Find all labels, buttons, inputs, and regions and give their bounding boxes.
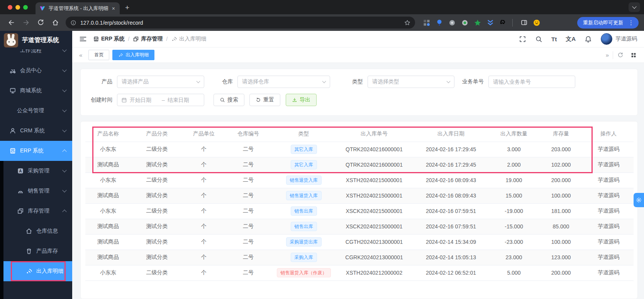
- font-size-icon[interactable]: Tt: [551, 36, 557, 42]
- reset-button[interactable]: 重置: [249, 94, 280, 106]
- breadcrumb-erp-system[interactable]: ERP 系统: [93, 35, 124, 42]
- cell-product: 小东东: [85, 203, 131, 219]
- url-text: 127.0.0.1/erp/stock/record: [80, 20, 400, 26]
- cell-operator: 芋道源码: [583, 188, 634, 203]
- cell-stock: 203.000: [539, 142, 583, 157]
- sidebar-item-stock-admin[interactable]: 库存管理: [0, 201, 72, 221]
- extension-chevrons-icon[interactable]: [486, 19, 494, 27]
- reload-button[interactable]: [37, 19, 44, 27]
- cell-stock: 100.000: [539, 188, 583, 203]
- extensions-puzzle-icon[interactable]: [499, 19, 507, 27]
- extension-star-icon[interactable]: [474, 19, 481, 27]
- address-bar[interactable]: 127.0.0.1/erp/stock/record: [66, 17, 415, 29]
- voice-record-icon: [118, 52, 123, 57]
- chevron-down-icon: [322, 79, 326, 83]
- forward-button[interactable]: [22, 19, 30, 27]
- sidebar-item-mall-system[interactable]: 商城系统: [0, 81, 72, 101]
- export-button-label: 导出: [300, 96, 310, 103]
- breadcrumb-stock-admin[interactable]: 库存管理: [133, 35, 163, 42]
- browser-tab[interactable]: 芋道管理系统 - 出入库明细 ×: [36, 2, 120, 14]
- cell-category: 测试分类: [131, 234, 183, 250]
- tab-overview-button[interactable]: [629, 2, 640, 12]
- bizno-input[interactable]: [493, 79, 571, 85]
- cell-type: 其它入库: [272, 142, 336, 157]
- profile-emoji-icon[interactable]: [533, 19, 541, 27]
- sidebar-item-warehouse-info[interactable]: 仓库信息: [0, 221, 72, 241]
- search-icon[interactable]: [535, 35, 542, 43]
- zoom-window-button[interactable]: [23, 5, 28, 10]
- record-icon: [25, 268, 32, 275]
- extension-balloon-icon[interactable]: [436, 19, 443, 27]
- site-info-icon[interactable]: [70, 20, 76, 26]
- cell-quantity: 15.000: [489, 188, 539, 203]
- cell-unit: 个: [183, 203, 225, 219]
- sidebar-item-erp-system[interactable]: ERP 系统: [0, 141, 72, 161]
- cell-type: 销售出库: [272, 219, 336, 234]
- extension-grey-icon[interactable]: [448, 19, 456, 27]
- type-select[interactable]: 请选择类型: [368, 76, 454, 88]
- tabs-expand-icon[interactable]: »: [603, 52, 612, 58]
- cell-type: 采购入库: [272, 250, 336, 265]
- cell-operator: 芋道源码: [583, 172, 634, 188]
- warehouse-filter-label: 仓库: [222, 78, 233, 85]
- end-date-input[interactable]: [168, 97, 197, 103]
- sidebar-item-sales-admin[interactable]: 销售管理: [0, 181, 72, 201]
- sidebar-item-crm-system[interactable]: CRM 系统: [0, 121, 72, 141]
- notification-bell-icon[interactable]: [585, 35, 592, 43]
- refresh-page-icon[interactable]: [614, 51, 627, 60]
- search-icon: [220, 97, 225, 103]
- cell-operator: 芋道源码: [583, 157, 634, 172]
- column-header: 产品单位: [183, 126, 225, 142]
- cell-unit: 个: [183, 157, 225, 172]
- user-menu[interactable]: 芋道源码: [601, 33, 637, 45]
- home-button[interactable]: [51, 19, 59, 27]
- type-badge: 其它入库: [291, 145, 317, 154]
- mall-icon: [9, 87, 16, 94]
- sidebar-item-stock-record[interactable]: 出入库明细: [0, 261, 72, 281]
- settings-fab[interactable]: [634, 193, 644, 207]
- sidebar-item-product-stock[interactable]: 产品库存: [0, 241, 72, 261]
- fullscreen-icon[interactable]: [519, 35, 526, 43]
- cell-warehouse: 二号: [225, 219, 272, 234]
- product-select[interactable]: 请选择产品: [117, 76, 204, 88]
- app-logo[interactable]: 芋道管理系统: [0, 31, 72, 49]
- cell-warehouse: 二号: [225, 142, 272, 157]
- sidebar-item-purchase-admin[interactable]: A采购管理: [0, 161, 72, 181]
- vben-favicon-icon: [39, 5, 46, 12]
- sidebar-item-label: 仓库信息: [36, 228, 66, 235]
- tab-home[interactable]: 首页: [88, 50, 109, 60]
- sidebar-item-member-center[interactable]: 会员中心: [0, 61, 72, 81]
- sidebar-item-mp-admin[interactable]: 公众号管理: [0, 101, 72, 121]
- bookmark-star-icon[interactable]: [404, 20, 410, 26]
- side-panel-icon[interactable]: [520, 19, 528, 27]
- chevron-down-icon: [447, 79, 451, 83]
- layout-grid-icon[interactable]: [627, 51, 640, 60]
- type-badge: 采购入库: [291, 253, 317, 262]
- search-button-label: 搜索: [227, 96, 238, 103]
- date-range-picker[interactable]: –: [117, 94, 204, 106]
- tabs-collapse-icon[interactable]: «: [76, 52, 85, 58]
- locale-icon[interactable]: 文A: [566, 35, 576, 43]
- update-chrome-button[interactable]: 重新启动即可更新 ⋮: [577, 17, 639, 29]
- chevron-down-icon: [632, 4, 636, 8]
- search-button[interactable]: 搜索: [214, 94, 244, 106]
- browser-menu-icon[interactable]: ⋮: [626, 19, 636, 26]
- cell-product: 测试商品: [85, 157, 131, 172]
- extension-green-icon[interactable]: [461, 19, 469, 27]
- extension-squares-icon[interactable]: [423, 19, 430, 27]
- chevron-down-icon: [62, 108, 66, 112]
- start-date-input[interactable]: [130, 97, 159, 103]
- chevron-down-icon: [62, 88, 66, 92]
- tab-stock-record[interactable]: 出入库明细: [112, 50, 154, 60]
- table-row: 小东东二级分类个二号销售出库XSCK202402150000012024-02-…: [85, 203, 634, 219]
- menu-fold-icon[interactable]: [79, 35, 87, 43]
- close-tab-icon[interactable]: ×: [111, 5, 116, 12]
- export-button[interactable]: 导出: [286, 94, 317, 106]
- warehouse-select[interactable]: 请选择仓库: [237, 76, 330, 88]
- close-window-button[interactable]: [8, 5, 12, 10]
- back-button[interactable]: [7, 19, 15, 27]
- minimize-window-button[interactable]: [15, 5, 20, 10]
- type-select-placeholder: 请选择类型: [372, 78, 399, 85]
- new-tab-button[interactable]: +: [125, 4, 129, 11]
- gear-icon: [636, 197, 642, 203]
